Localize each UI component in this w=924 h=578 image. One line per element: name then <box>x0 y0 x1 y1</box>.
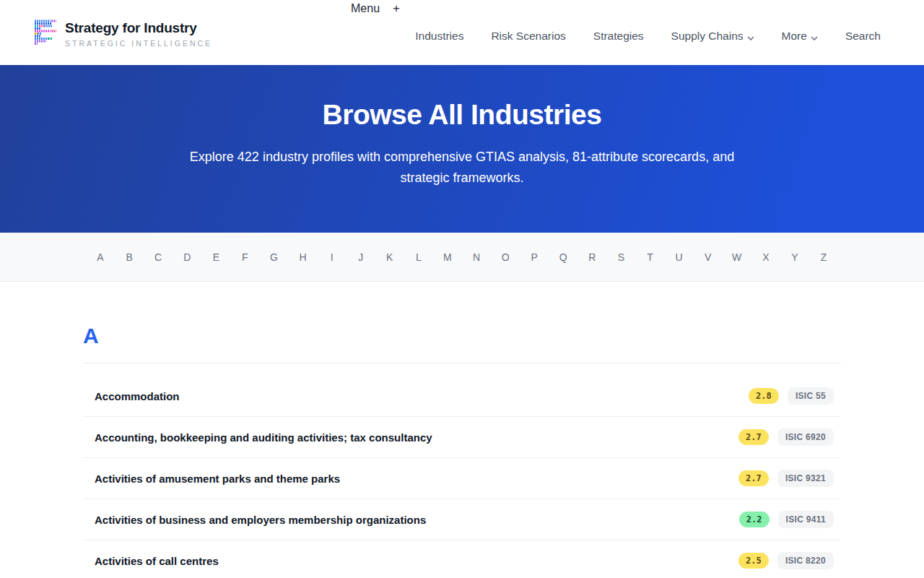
isic-code-badge: ISIC 8220 <box>777 552 834 569</box>
alphabet-letter-S[interactable]: S <box>616 251 626 263</box>
alphabet-letter-J[interactable]: J <box>356 251 366 263</box>
industry-row[interactable]: Accommodation 2.8 ISIC 55 <box>83 376 841 417</box>
industry-name: Activities of business and employers mem… <box>95 514 426 526</box>
brand-pixel-logo-icon <box>35 20 56 48</box>
menu-toggle-button[interactable]: Menu + <box>351 0 400 17</box>
alphabet-letter-L[interactable]: L <box>414 251 424 263</box>
alphabet-letter-C[interactable]: C <box>153 251 163 263</box>
score-badge: 2.8 <box>749 388 779 404</box>
industry-row[interactable]: Activities of call centres 2.5 ISIC 8220 <box>83 540 841 578</box>
alphabet-letter-F[interactable]: F <box>240 251 250 263</box>
nav-item-industries[interactable]: Industries <box>415 30 463 43</box>
hero-banner: Browse All Industries Explore 422 indust… <box>0 65 924 233</box>
industry-list: Accommodation 2.8 ISIC 55 Accounting, bo… <box>83 376 841 578</box>
alphabet-letter-R[interactable]: R <box>587 251 597 263</box>
industry-row[interactable]: Activities of business and employers mem… <box>83 499 841 540</box>
nav-item-label: Strategies <box>593 30 644 43</box>
alphabet-letter-B[interactable]: B <box>124 251 134 263</box>
isic-code-badge: ISIC 55 <box>788 387 834 405</box>
nav-item-strategies[interactable]: Strategies <box>593 30 644 43</box>
hero-subtitle: Explore 422 industry profiles with compr… <box>166 147 758 189</box>
alphabet-letter-E[interactable]: E <box>211 251 221 263</box>
industry-badges: 2.8 ISIC 55 <box>749 387 834 405</box>
alphabet-letter-U[interactable]: U <box>674 251 684 263</box>
alphabet-letter-O[interactable]: O <box>500 251 510 263</box>
alphabet-letter-K[interactable]: K <box>385 251 395 263</box>
industry-badges: 2.7 ISIC 9321 <box>738 470 834 487</box>
industry-badges: 2.2 ISIC 9411 <box>739 511 834 528</box>
chevron-down-icon <box>811 30 818 43</box>
alphabet-letter-H[interactable]: H <box>298 251 308 263</box>
industry-name: Accommodation <box>95 390 180 402</box>
alphabet-bar-inner: ABCDEFGHIJKLMNOPQRSTUVWXYZ <box>95 251 829 263</box>
alphabet-letter-T[interactable]: T <box>645 251 655 263</box>
industry-row[interactable]: Activities of amusement parks and theme … <box>83 458 841 499</box>
alphabet-letter-N[interactable]: N <box>471 251 481 263</box>
alphabet-bar: ABCDEFGHIJKLMNOPQRSTUVWXYZ <box>0 233 924 282</box>
industry-name: Activities of amusement parks and theme … <box>95 473 340 485</box>
alphabet-letter-V[interactable]: V <box>703 251 713 263</box>
nav-item-label: Search <box>845 30 881 43</box>
industry-row[interactable]: Accounting, bookkeeping and auditing act… <box>83 417 841 458</box>
industry-name: Activities of call centres <box>95 555 219 567</box>
nav-item-more[interactable]: More <box>782 29 818 43</box>
menu-toggle-label: Menu <box>351 2 380 15</box>
alphabet-letter-Z[interactable]: Z <box>819 251 829 263</box>
score-badge: 2.7 <box>738 429 769 445</box>
nav-item-label: Supply Chains <box>671 30 744 43</box>
industry-badges: 2.7 ISIC 6920 <box>738 428 834 446</box>
brand-logo-lockup[interactable]: Strategy for Industry STRATEGIC INTELLIG… <box>35 20 212 48</box>
score-badge: 2.2 <box>739 512 770 527</box>
nav-item-label: Industries <box>415 30 463 43</box>
score-badge: 2.7 <box>738 470 769 486</box>
nav-item-label: Risk Scenarios <box>491 30 565 43</box>
isic-code-badge: ISIC 6920 <box>777 428 834 446</box>
isic-code-badge: ISIC 9321 <box>777 470 834 487</box>
nav-item-search[interactable]: Search <box>845 30 881 43</box>
main-nav: IndustriesRisk ScenariosStrategiesSupply… <box>415 29 881 43</box>
nav-item-risk-scenarios[interactable]: Risk Scenarios <box>491 30 565 43</box>
alphabet-letter-Q[interactable]: Q <box>558 251 568 263</box>
brand-subtitle: STRATEGIC INTELLIGENCE <box>65 39 212 48</box>
nav-item-supply-chains[interactable]: Supply Chains <box>671 29 754 43</box>
industry-name: Accounting, bookkeeping and auditing act… <box>95 431 432 444</box>
alphabet-letter-M[interactable]: M <box>443 251 453 263</box>
industries-content: A Accommodation 2.8 ISIC 55 Accounting, … <box>83 324 841 578</box>
alphabet-letter-A[interactable]: A <box>95 251 105 263</box>
section-divider <box>83 363 841 363</box>
site-header: Menu + Str <box>0 0 924 65</box>
alphabet-letter-G[interactable]: G <box>269 251 279 263</box>
alphabet-letter-D[interactable]: D <box>182 251 192 263</box>
alphabet-letter-Y[interactable]: Y <box>790 251 800 263</box>
nav-item-label: More <box>782 30 807 43</box>
brand-title: Strategy for Industry <box>65 20 212 36</box>
alphabet-letter-I[interactable]: I <box>327 251 337 263</box>
industry-badges: 2.5 ISIC 8220 <box>738 552 834 569</box>
section-letter-heading: A <box>83 324 841 348</box>
alphabet-letter-X[interactable]: X <box>761 251 771 263</box>
chevron-down-icon <box>747 30 754 43</box>
score-badge: 2.5 <box>738 553 769 569</box>
plus-icon: + <box>393 1 400 16</box>
alphabet-letter-W[interactable]: W <box>732 251 742 263</box>
page-title: Browse All Industries <box>0 65 924 131</box>
alphabet-letter-P[interactable]: P <box>529 251 539 263</box>
isic-code-badge: ISIC 9411 <box>778 511 834 528</box>
